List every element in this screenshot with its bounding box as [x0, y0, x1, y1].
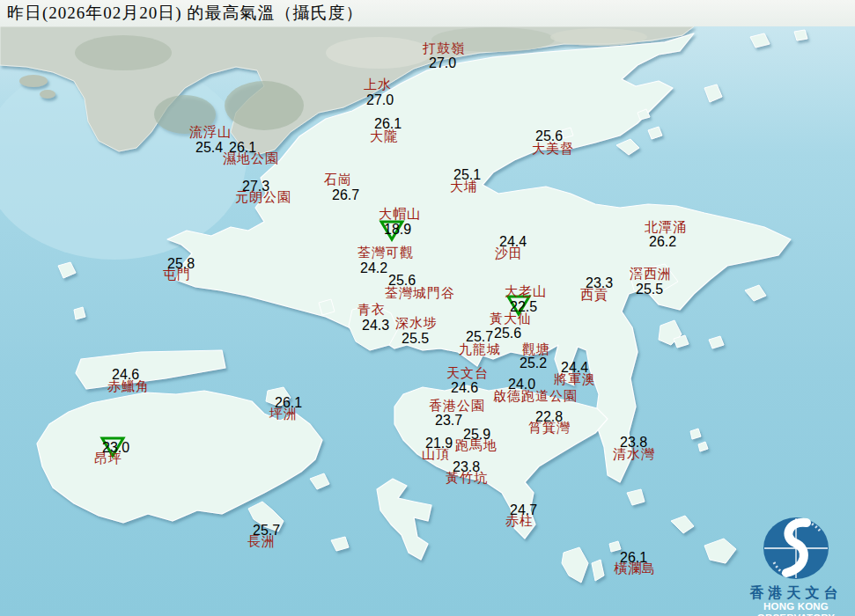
- station-value: 25.6: [388, 274, 416, 289]
- station-name: 大隴: [370, 130, 398, 144]
- station-value: 24.3: [362, 319, 389, 334]
- station-value: 26.2: [649, 235, 676, 250]
- station-value: 23.3: [586, 276, 613, 291]
- station-value: 21.9: [425, 436, 453, 451]
- station-value: 25.6: [535, 129, 563, 144]
- station-name: 九龍城: [459, 343, 501, 357]
- hko-logo: 香港天文台 HONG KONG OBSERVATORY: [738, 516, 854, 614]
- station-value: 25.7: [253, 524, 280, 539]
- station-value: 23.8: [620, 436, 647, 451]
- station-name: 石崗: [324, 173, 352, 187]
- station-value: 24.6: [112, 368, 139, 383]
- station-value: 24.6: [451, 381, 478, 396]
- station-name: 上水: [364, 78, 392, 92]
- station-name: 大帽山: [379, 208, 421, 222]
- station-value: 25.5: [402, 332, 429, 347]
- station-value: 25.4: [195, 141, 223, 156]
- station-value: 23.0: [102, 441, 129, 456]
- station-value: 27.3: [242, 180, 269, 194]
- station-value: 27.0: [429, 56, 456, 71]
- station-value: 18.9: [384, 223, 411, 238]
- station-value: 26.7: [332, 188, 359, 203]
- station-value: 25.7: [466, 330, 493, 345]
- station-name: 流浮山: [189, 126, 232, 140]
- station-value: 27.0: [366, 93, 394, 108]
- station-name: 深水埗: [395, 317, 438, 331]
- station-value: 24.4: [561, 361, 588, 376]
- station-name: 荃灣城門谷: [385, 287, 455, 301]
- hko-logo-name-en: HONG KONG OBSERVATORY: [738, 601, 854, 616]
- station-value: 26.1: [374, 117, 402, 132]
- hko-logo-name-cn: 香港天文台: [738, 585, 854, 601]
- station-value: 24.4: [499, 235, 527, 250]
- station-value: 25.2: [520, 356, 547, 371]
- map-title: 昨日(2026年02月20日) 的最高氣溫（攝氏度）: [0, 2, 363, 25]
- station-value: 26.1: [620, 551, 647, 566]
- station-value: 25.1: [453, 168, 481, 183]
- station-name: 荃灣可觀: [357, 246, 414, 260]
- station-value: 22.8: [535, 410, 563, 425]
- station-value: 24.7: [510, 503, 537, 518]
- station-name: 天文台: [446, 367, 489, 381]
- station-value: 25.5: [636, 282, 663, 297]
- station-name: 香港公園: [429, 400, 485, 414]
- stations-layer: 27.0打鼓嶺27.0上水26.1大隴25.4流浮山26.1濕地公園27.3元朗…: [0, 0, 855, 616]
- station-value: 26.1: [275, 396, 302, 411]
- station-value: 25.8: [167, 257, 195, 272]
- station-name: 青衣: [357, 304, 386, 318]
- station-value: 24.0: [508, 378, 535, 392]
- station-value: 26.1: [229, 141, 256, 156]
- station-value: 24.2: [360, 261, 387, 276]
- station-value: 25.6: [494, 326, 521, 341]
- station-name: 滘西洲: [630, 268, 672, 282]
- station-name: 打鼓嶺: [423, 42, 465, 56]
- title-bar: 昨日(2026年02月20日) 的最高氣溫（攝氏度）: [0, 0, 855, 26]
- station-name: 北潭涌: [645, 221, 687, 235]
- station-value: 22.5: [510, 300, 537, 315]
- station-name: 大老山: [505, 285, 547, 299]
- station-value: 25.9: [463, 428, 490, 443]
- station-value: 23.8: [453, 460, 480, 475]
- hko-logo-icon: [762, 516, 830, 581]
- weather-map: 昨日(2026年02月20日) 的最高氣溫（攝氏度） 27.0打鼓嶺27.0上水…: [0, 0, 855, 616]
- station-value: 23.7: [435, 414, 462, 429]
- station-name: 大美督: [532, 143, 574, 157]
